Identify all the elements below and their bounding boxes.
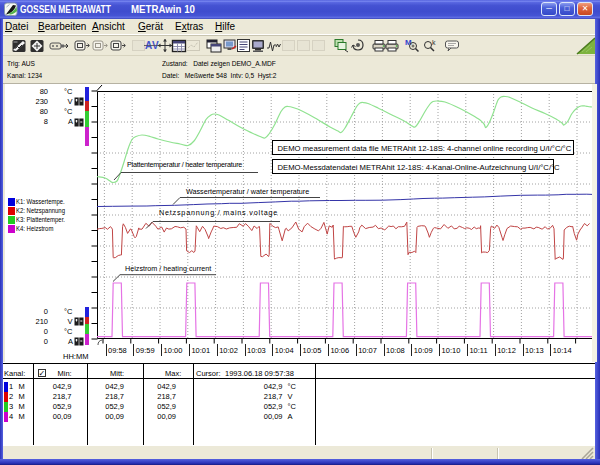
svg-text:k: k — [432, 39, 436, 46]
svg-text:M: M — [405, 38, 412, 47]
